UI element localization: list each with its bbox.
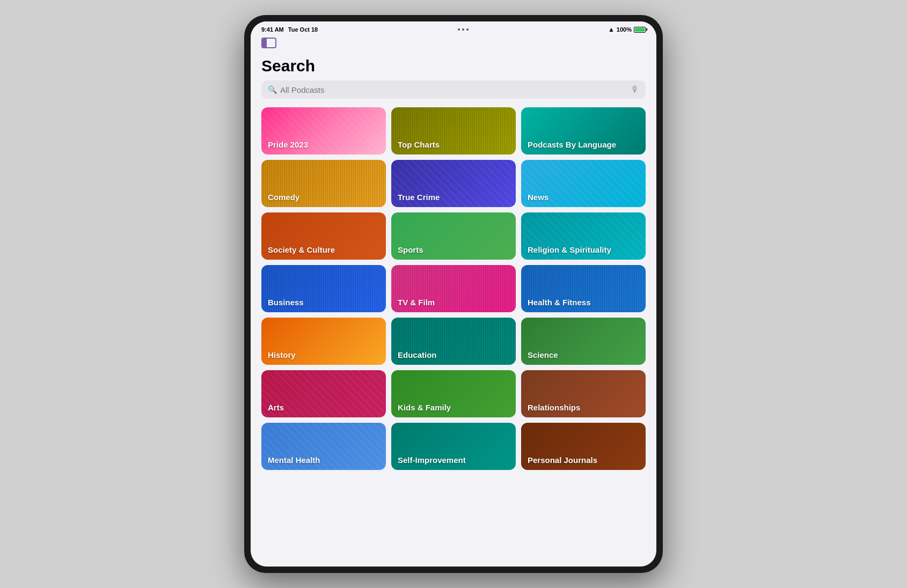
categories-grid: Pride 2023Top ChartsPodcasts By Language… xyxy=(261,107,646,470)
category-label-pride: Pride 2023 xyxy=(268,140,308,149)
category-card-news[interactable]: News xyxy=(521,160,646,207)
category-card-tv[interactable]: TV & Film xyxy=(391,265,516,312)
status-bar: 9:41 AM Tue Oct 18 ▲ 100% xyxy=(251,21,656,35)
category-label-education: Education xyxy=(398,350,437,359)
category-label-science: Science xyxy=(528,350,558,359)
status-dots xyxy=(458,28,469,31)
status-date: Tue Oct 18 xyxy=(288,26,318,33)
category-label-top-charts: Top Charts xyxy=(398,140,440,149)
page-title: Search xyxy=(261,55,646,80)
device-screen: 9:41 AM Tue Oct 18 ▲ 100% xyxy=(251,21,656,567)
category-card-true-crime[interactable]: True Crime xyxy=(391,160,516,207)
category-label-kids: Kids & Family xyxy=(398,403,451,412)
category-card-arts[interactable]: Arts xyxy=(261,370,386,417)
category-label-history: History xyxy=(268,350,296,359)
category-label-language: Podcasts By Language xyxy=(528,140,616,149)
mic-icon[interactable]: 🎙 xyxy=(631,85,639,94)
category-label-journals: Personal Journals xyxy=(528,455,597,465)
category-card-history[interactable]: History xyxy=(261,318,386,365)
category-label-health: Health & Fitness xyxy=(528,298,591,307)
category-card-sports[interactable]: Sports xyxy=(391,212,516,260)
device-frame: 9:41 AM Tue Oct 18 ▲ 100% xyxy=(244,15,663,573)
category-label-relationships: Relationships xyxy=(528,403,580,412)
category-card-mental[interactable]: Mental Health xyxy=(261,423,386,470)
category-label-sports: Sports xyxy=(398,245,423,254)
dot-1 xyxy=(458,28,460,31)
battery-pct: 100% xyxy=(617,26,632,33)
sidebar-toggle[interactable] xyxy=(261,38,276,48)
category-label-religion: Religion & Spirituality xyxy=(528,245,611,254)
content-area: Search 🔍 🎙 Pride 2023Top ChartsPodcasts … xyxy=(251,50,656,567)
category-card-business[interactable]: Business xyxy=(261,265,386,312)
category-card-religion[interactable]: Religion & Spirituality xyxy=(521,212,646,260)
dot-3 xyxy=(466,28,469,31)
category-card-kids[interactable]: Kids & Family xyxy=(391,370,516,417)
category-card-society[interactable]: Society & Culture xyxy=(261,212,386,260)
category-card-language[interactable]: Podcasts By Language xyxy=(521,107,646,155)
sidebar-icon-right xyxy=(267,39,275,47)
battery-fill xyxy=(635,28,645,32)
category-card-relationships[interactable]: Relationships xyxy=(521,370,646,417)
category-card-journals[interactable]: Personal Journals xyxy=(521,423,646,470)
category-label-true-crime: True Crime xyxy=(398,193,440,202)
category-label-tv: TV & Film xyxy=(398,298,435,307)
category-card-health[interactable]: Health & Fitness xyxy=(521,265,646,312)
search-input[interactable] xyxy=(280,85,627,94)
sidebar-icon-left xyxy=(262,39,267,47)
category-label-news: News xyxy=(528,193,548,202)
category-card-self[interactable]: Self-Improvement xyxy=(391,423,516,470)
wifi-icon: ▲ xyxy=(608,26,615,33)
search-icon: 🔍 xyxy=(268,85,277,94)
status-right: ▲ 100% xyxy=(608,26,646,33)
category-label-mental: Mental Health xyxy=(268,455,320,465)
category-label-arts: Arts xyxy=(268,403,284,412)
category-label-society: Society & Culture xyxy=(268,245,335,254)
category-label-business: Business xyxy=(268,298,304,307)
battery-icon xyxy=(634,27,646,33)
search-bar[interactable]: 🔍 🎙 xyxy=(261,80,646,99)
category-label-comedy: Comedy xyxy=(268,193,299,202)
nav-bar xyxy=(251,35,656,50)
dot-2 xyxy=(462,28,464,31)
category-card-pride[interactable]: Pride 2023 xyxy=(261,107,386,155)
category-card-science[interactable]: Science xyxy=(521,318,646,365)
category-card-top-charts[interactable]: Top Charts xyxy=(391,107,516,155)
category-card-comedy[interactable]: Comedy xyxy=(261,160,386,207)
category-card-education[interactable]: Education xyxy=(391,318,516,365)
status-time: 9:41 AM xyxy=(261,26,284,33)
category-label-self: Self-Improvement xyxy=(398,455,466,465)
